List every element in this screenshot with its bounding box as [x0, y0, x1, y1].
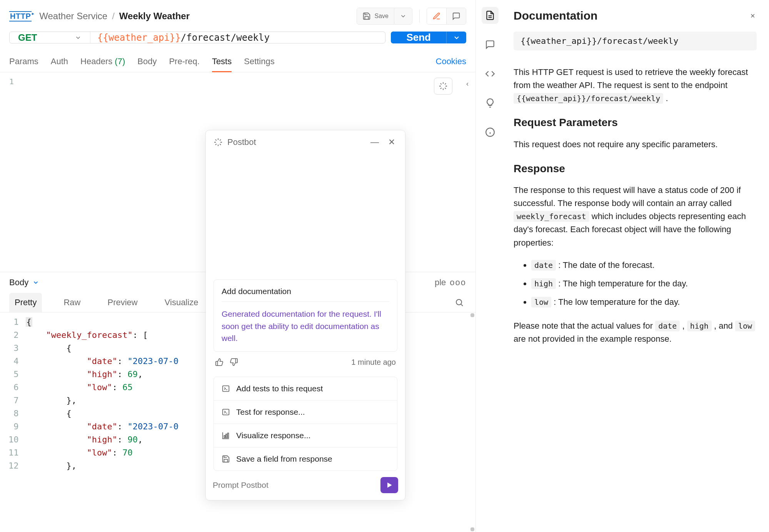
suggestion-label: Visualize response... — [236, 431, 310, 440]
line-numbers: 123456789101112 — [8, 316, 26, 472]
save-dropdown[interactable] — [394, 8, 412, 24]
chevron-down-icon — [75, 34, 82, 41]
url-variable: {{weather_api}} — [97, 32, 181, 43]
doc-prop-date: date : The date of the forecast. — [531, 259, 757, 272]
play-icon — [385, 481, 393, 489]
suggestion-label: Add tests to this request — [236, 384, 323, 393]
save-button-group: Save — [357, 8, 412, 25]
doc-response-text: The response to this request will have a… — [514, 184, 757, 249]
resp-tab-preview[interactable]: Preview — [102, 293, 143, 312]
save-label: Save — [375, 13, 389, 20]
doc-url: {{weather_api}}/forecast/weekly — [514, 32, 757, 50]
suggestion-label: Test for response... — [236, 407, 305, 417]
svg-rect-8 — [228, 433, 229, 437]
doc-intro-code: {{weather_api}}/forecast/weekly — [514, 93, 663, 104]
sparkle-icon — [439, 81, 448, 91]
resp-tab-pretty[interactable]: Pretty — [9, 293, 42, 312]
rail-info[interactable] — [482, 124, 499, 141]
doc-note: Please note that the actual values for d… — [514, 319, 757, 346]
thumbs-up-icon — [215, 358, 224, 366]
postbot-title: Postbot — [227, 137, 256, 147]
info-icon — [485, 127, 495, 137]
svg-rect-7 — [226, 434, 227, 437]
postbot-prompt-input[interactable] — [213, 480, 376, 490]
resp-tab-visualize[interactable]: Visualize — [159, 293, 204, 312]
postbot-card-message: Generated documentation for the request.… — [222, 301, 389, 344]
lightbulb-icon — [485, 98, 495, 108]
comments-button[interactable] — [447, 8, 466, 24]
tab-params[interactable]: Params — [9, 53, 38, 72]
tab-headers[interactable]: Headers (7) — [80, 53, 125, 72]
rail-code[interactable] — [482, 65, 499, 82]
response-section-label[interactable]: Body — [9, 278, 28, 288]
postbot-card-title: Add documentation — [222, 287, 389, 296]
pencil-icon — [432, 12, 441, 20]
breadcrumb-current: Weekly Weather — [119, 11, 190, 22]
tab-auth[interactable]: Auth — [51, 53, 68, 72]
doc-params-text: This request does not require any specif… — [514, 138, 757, 151]
save-button[interactable]: Save — [357, 8, 394, 24]
sparkle-icon — [214, 138, 223, 147]
suggestion-visualize[interactable]: Visualize response... — [214, 424, 397, 447]
resp-tab-raw[interactable]: Raw — [58, 293, 86, 312]
tab-prereq[interactable]: Pre-req. — [169, 53, 199, 72]
code-icon — [485, 69, 495, 79]
svg-rect-6 — [224, 436, 225, 438]
terminal-icon — [222, 408, 230, 416]
edit-button[interactable] — [427, 8, 447, 24]
search-icon — [455, 298, 464, 307]
close-button[interactable]: ✕ — [386, 136, 397, 148]
suggestion-add-tests[interactable]: Add tests to this request — [214, 377, 397, 400]
chart-icon — [222, 431, 230, 440]
minimize-button[interactable]: — — [368, 136, 381, 148]
doc-heading-params: Request Parameters — [514, 114, 757, 131]
document-icon — [485, 10, 495, 20]
tab-settings[interactable]: Settings — [244, 53, 275, 72]
breadcrumb-parent[interactable]: Weather Service — [39, 11, 107, 22]
tab-body[interactable]: Body — [137, 53, 157, 72]
breadcrumb-sep: / — [112, 11, 115, 22]
tab-headers-label: Headers — [80, 57, 112, 66]
doc-prop-high: high : The high temperature for the day. — [531, 277, 757, 290]
svg-line-1 — [461, 304, 463, 306]
thumbs-up-button[interactable] — [215, 358, 224, 366]
toolbar-divider — [419, 10, 420, 23]
code-content: { "weekly_forecast": [ { "date": "2023-0… — [26, 316, 178, 472]
comment-icon — [452, 12, 460, 20]
cookies-link[interactable]: Cookies — [436, 53, 466, 72]
postbot-panel: Postbot — ✕ Add documentation Generated … — [205, 130, 405, 500]
rail-documentation[interactable] — [482, 7, 499, 24]
svg-point-0 — [456, 299, 462, 305]
suggestion-label: Save a field from response — [236, 454, 332, 464]
doc-title: Documentation — [514, 9, 597, 22]
more-actions[interactable]: ooo — [450, 278, 466, 288]
thumbs-down-icon — [230, 358, 238, 366]
url-path: /forecast/weekly — [181, 32, 270, 43]
doc-response-code: weekly_forecast — [514, 211, 589, 222]
comment-icon — [485, 40, 495, 50]
suggestion-save-field[interactable]: Save a field from response — [214, 447, 397, 470]
tab-tests[interactable]: Tests — [212, 53, 232, 72]
collapse-left-icon[interactable] — [465, 80, 470, 88]
send-button[interactable]: Send — [391, 32, 446, 43]
close-documentation[interactable]: ✕ — [749, 11, 757, 21]
chevron-down-icon — [400, 13, 407, 20]
minimap[interactable] — [469, 313, 475, 532]
rail-comments[interactable] — [482, 36, 499, 53]
breadcrumb: Weather Service / Weekly Weather — [39, 11, 352, 22]
suggestion-test-response[interactable]: Test for response... — [214, 400, 397, 424]
save-icon — [362, 12, 371, 20]
thumbs-down-button[interactable] — [230, 358, 238, 366]
rail-lightbulb[interactable] — [482, 95, 499, 111]
search-response[interactable] — [452, 296, 466, 309]
method-select[interactable]: GET — [10, 32, 90, 43]
url-input[interactable]: {{weather_api}}/forecast/weekly — [90, 32, 385, 43]
doc-intro: This HTTP GET request is used to retriev… — [514, 66, 757, 105]
chevron-down-icon[interactable] — [32, 279, 39, 286]
send-dropdown[interactable] — [446, 32, 466, 43]
postbot-toggle[interactable] — [434, 78, 452, 95]
chevron-down-icon — [453, 34, 460, 42]
headers-count: (7) — [115, 57, 125, 66]
postbot-run-button[interactable] — [380, 477, 398, 493]
save-icon — [222, 455, 230, 463]
